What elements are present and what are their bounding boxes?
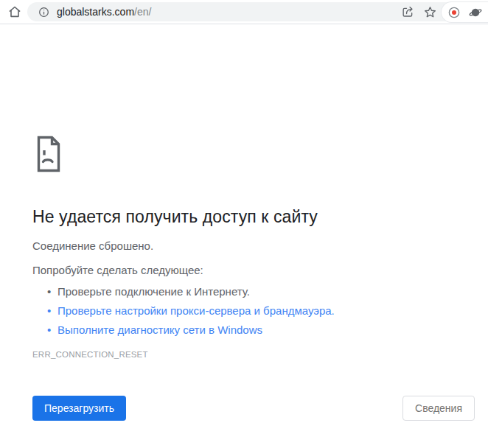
reload-button[interactable]: Перезагрузить bbox=[32, 396, 126, 421]
share-icon bbox=[401, 5, 415, 19]
share-button[interactable] bbox=[398, 2, 417, 21]
record-dot-icon bbox=[447, 5, 461, 20]
suggestion-item: Выполните диагностику сети в Windows bbox=[32, 321, 475, 340]
error-title: Не удается получить доступ к сайту bbox=[32, 206, 475, 228]
browser-toolbar: globalstarks.com/en/ bbox=[0, 0, 488, 24]
suggestion-intro: Попробуйте сделать следующее: bbox=[32, 264, 475, 276]
extension-button[interactable] bbox=[467, 4, 484, 21]
info-icon bbox=[38, 6, 50, 18]
sad-document-icon bbox=[32, 135, 65, 173]
suggestion-item: Проверьте настройки прокси-сервера и бра… bbox=[32, 301, 475, 321]
network-diagnostics-link[interactable]: Выполните диагностику сети в Windows bbox=[57, 323, 262, 336]
proxy-settings-link[interactable]: Проверьте настройки прокси-сервера и бра… bbox=[57, 304, 335, 317]
bookmark-button[interactable] bbox=[420, 2, 439, 21]
suggestion-item: Проверьте подключение к Интернету. bbox=[32, 282, 475, 301]
recording-indicator-button[interactable] bbox=[446, 4, 462, 21]
star-icon bbox=[423, 5, 437, 19]
address-bar[interactable]: globalstarks.com/en/ bbox=[27, 2, 488, 21]
error-code: ERR_CONNECTION_RESET bbox=[32, 350, 475, 359]
home-button[interactable] bbox=[4, 1, 25, 22]
site-info-button[interactable] bbox=[35, 4, 52, 20]
details-button[interactable]: Сведения bbox=[402, 396, 475, 421]
suggestion-text: Проверьте подключение к Интернету. bbox=[57, 285, 250, 298]
url-path: /en/ bbox=[134, 6, 151, 18]
suggestion-list: Проверьте подключение к Интернету. Прове… bbox=[32, 282, 475, 340]
planet-icon bbox=[468, 5, 483, 20]
error-page: Не удается получить доступ к сайту Соеди… bbox=[0, 135, 488, 421]
error-message: Соединение сброшено. bbox=[32, 239, 475, 252]
extensions-area bbox=[441, 1, 488, 23]
button-row: Перезагрузить Сведения bbox=[32, 396, 475, 421]
home-icon bbox=[7, 4, 22, 19]
url-text[interactable]: globalstarks.com/en/ bbox=[57, 6, 398, 18]
url-domain: globalstarks.com bbox=[57, 6, 134, 18]
